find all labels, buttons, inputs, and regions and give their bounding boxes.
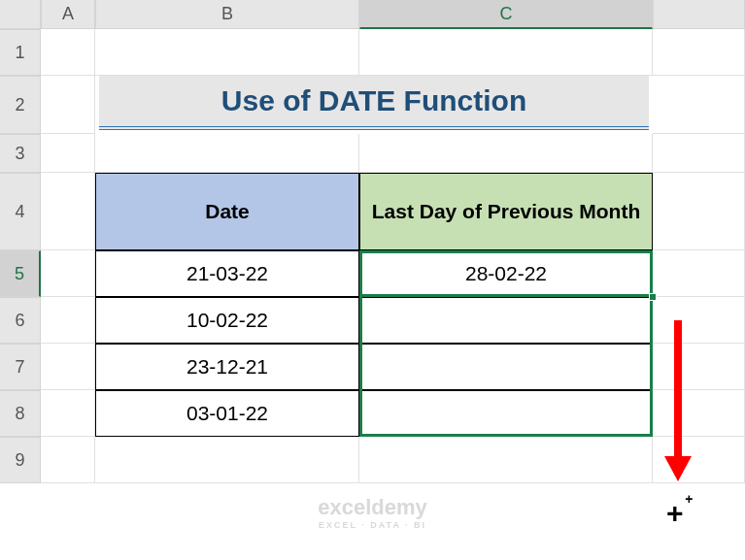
cell-d1[interactable]: [653, 29, 745, 76]
row-header-2[interactable]: 2: [0, 76, 41, 134]
cell-d4[interactable]: [653, 173, 745, 250]
cell-d2[interactable]: [653, 76, 745, 134]
cell-c9[interactable]: [359, 437, 653, 483]
col-header-b[interactable]: B: [95, 0, 359, 29]
spreadsheet-grid: A B C 1 2 Use of DATE Function 3 4 Date …: [0, 0, 745, 483]
fill-cursor-icon: ++: [666, 505, 684, 522]
row-header-5[interactable]: 5: [0, 250, 41, 297]
title-text: Use of DATE Function: [221, 84, 526, 117]
title-cell[interactable]: Use of DATE Function: [99, 76, 649, 130]
cell-a6[interactable]: [41, 297, 95, 344]
row-header-7[interactable]: 7: [0, 344, 41, 390]
cell-date-1[interactable]: 10-02-22: [95, 297, 359, 344]
cell-b3[interactable]: [95, 134, 359, 173]
fill-handle[interactable]: [649, 293, 657, 301]
cell-d5[interactable]: [653, 250, 745, 297]
cell-date-3[interactable]: 03-01-22: [95, 390, 359, 437]
cell-a4[interactable]: [41, 173, 95, 250]
cell-c3[interactable]: [359, 134, 653, 173]
cell-a5[interactable]: [41, 250, 95, 297]
row-header-8[interactable]: 8: [0, 390, 41, 437]
cell-date-2[interactable]: 23-12-21: [95, 344, 359, 390]
row-header-6[interactable]: 6: [0, 297, 41, 344]
row-header-1[interactable]: 1: [0, 29, 41, 76]
col-header-c[interactable]: C: [359, 0, 653, 29]
cell-last-2[interactable]: [359, 344, 653, 390]
cell-last-3[interactable]: [359, 390, 653, 437]
cell-a8[interactable]: [41, 390, 95, 437]
cell-a7[interactable]: [41, 344, 95, 390]
cell-c1[interactable]: [359, 29, 653, 76]
cell-b9[interactable]: [95, 437, 359, 483]
row-header-4[interactable]: 4: [0, 173, 41, 250]
col-header-a[interactable]: A: [41, 0, 95, 29]
cell-last-0[interactable]: 28-02-22: [359, 250, 653, 297]
data-table: Date Last Day of Previous Month 21-03-22…: [95, 173, 653, 437]
cell-last-1[interactable]: [359, 297, 653, 344]
select-all-corner[interactable]: [0, 0, 41, 29]
cell-a3[interactable]: [41, 134, 95, 173]
annotation-arrow: [664, 320, 692, 481]
cell-a1[interactable]: [41, 29, 95, 76]
cell-date-0[interactable]: 21-03-22: [95, 250, 359, 297]
cell-d3[interactable]: [653, 134, 745, 173]
watermark-line2: EXCEL · DATA · BI: [318, 520, 427, 530]
watermark-line1: exceldemy: [318, 495, 427, 520]
header-last-day[interactable]: Last Day of Previous Month: [359, 173, 653, 250]
cell-b1[interactable]: [95, 29, 359, 76]
col-header-blank[interactable]: [653, 0, 745, 29]
header-date[interactable]: Date: [95, 173, 359, 250]
cell-a2[interactable]: [41, 76, 95, 134]
row-header-9[interactable]: 9: [0, 437, 41, 483]
row-header-3[interactable]: 3: [0, 134, 41, 173]
watermark: exceldemy EXCEL · DATA · BI: [318, 495, 427, 530]
cell-a9[interactable]: [41, 437, 95, 483]
